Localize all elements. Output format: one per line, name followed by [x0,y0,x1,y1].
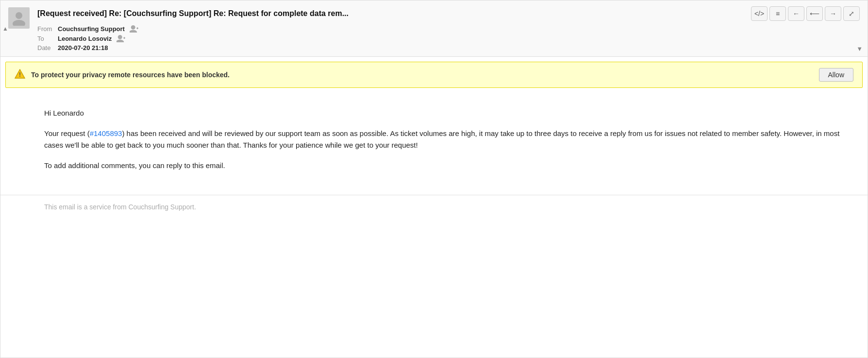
expand-button[interactable]: ⤢ [843,6,860,21]
forward-button[interactable]: → [825,6,841,21]
email-container: ▲ [Request received] Re: [Couchsurfing S… [0,0,868,358]
date-label: Date [37,44,55,51]
menu-button[interactable]: ≡ [769,6,786,21]
email-meta: [Request received] Re: [Couchsurfing Sup… [37,5,860,51]
from-value: Couchsurfing Support [58,25,125,33]
paragraph1-before: Your request ( [44,129,90,137]
code-view-button[interactable]: </> [751,6,768,21]
to-row: To Leonardo Losoviz [37,34,860,42]
email-header: ▲ [Request received] Re: [Couchsurfing S… [0,0,868,57]
privacy-banner-text: To protect your privacy remote resources… [31,71,813,79]
from-label: From [37,25,55,33]
from-row: From Couchsurfing Support [37,25,860,33]
header-top-row: [Request received] Re: [Couchsurfing Sup… [37,6,860,21]
date-row: Date 2020-07-20 21:18 [37,44,860,51]
back-button[interactable]: ← [788,6,804,21]
svg-point-2 [131,25,135,30]
email-footer: This email is a service from Couchsurfin… [0,195,868,219]
date-value: 2020-07-20 21:18 [58,44,108,51]
to-label: To [37,35,55,42]
avatar-area [8,5,37,51]
ticket-link[interactable]: #1405893 [90,129,122,137]
add-recipient-contact-icon[interactable] [117,34,125,42]
privacy-banner: ! To protect your privacy remote resourc… [5,62,863,88]
avatar [8,7,30,29]
svg-point-0 [16,12,22,19]
collapse-arrow[interactable]: ▲ [0,25,10,32]
reply-all-button[interactable]: ⟵ [806,6,823,21]
email-paragraph-1: Your request (#1405893) has been receive… [44,128,848,151]
email-paragraph-2: To add additional comments, you can repl… [44,160,848,171]
footer-text: This email is a service from Couchsurfin… [44,203,196,211]
svg-point-3 [130,30,137,33]
svg-text:!: ! [19,71,21,78]
warning-icon: ! [15,69,25,81]
svg-point-7 [117,40,124,42]
to-value: Leonardo Losoviz [58,35,112,42]
expand-arrow-icon[interactable]: ▼ [856,45,863,52]
allow-button[interactable]: Allow [819,68,853,82]
email-subject: [Request received] Re: [Couchsurfing Sup… [37,9,747,18]
add-sender-contact-icon[interactable] [130,25,138,33]
svg-point-6 [118,35,122,39]
toolbar-buttons: </> ≡ ← ⟵ → ⤢ [751,6,860,21]
svg-point-1 [13,20,25,26]
paragraph1-after: ) has been received and will be reviewed… [44,129,839,149]
email-body: Hi Leonardo Your request (#1405893) has … [0,93,868,195]
email-greeting: Hi Leonardo [44,107,848,119]
